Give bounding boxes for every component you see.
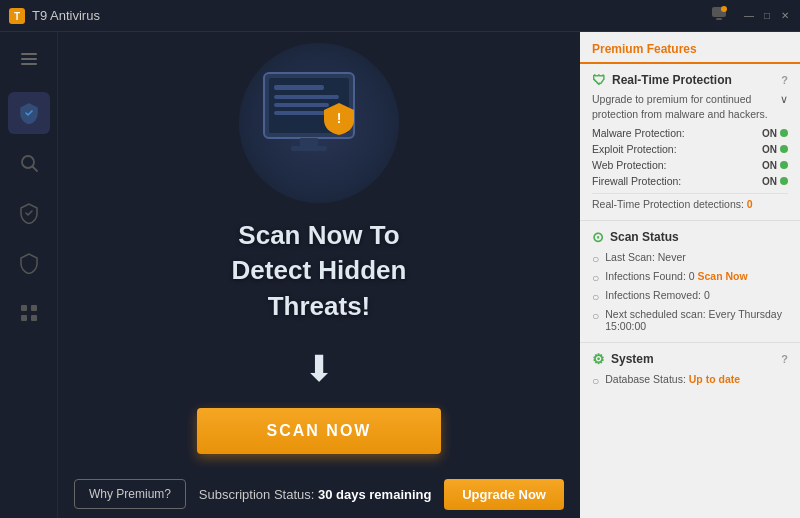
app-title: T9 Antivirus xyxy=(32,8,710,23)
svg-rect-18 xyxy=(274,103,329,107)
last-scan-icon: ○ xyxy=(592,252,599,266)
sidebar-item-grid[interactable] xyxy=(8,292,50,334)
svg-rect-12 xyxy=(21,315,27,321)
svg-rect-17 xyxy=(274,95,339,99)
database-status-icon: ○ xyxy=(592,374,599,388)
detection-count: 0 xyxy=(747,198,753,210)
window-controls: — □ ✕ xyxy=(710,5,792,27)
svg-rect-11 xyxy=(31,305,37,311)
last-scan-row: ○ Last Scan: Never xyxy=(592,249,788,268)
system-section: ⚙ System ? ○ Database Status: Up to date xyxy=(580,343,800,398)
hero-text: Scan Now To Detect Hidden Threats! xyxy=(232,218,407,323)
menu-icon[interactable] xyxy=(12,42,46,76)
right-panel: Premium Features 🛡 Real-Time Protection … xyxy=(580,32,800,518)
svg-rect-7 xyxy=(21,63,37,65)
malware-protection-row: Malware Protection: ON xyxy=(592,125,788,141)
web-status-dot xyxy=(780,161,788,169)
close-button[interactable]: ✕ xyxy=(778,9,792,23)
rtp-help-icon[interactable]: ? xyxy=(781,74,788,86)
exploit-status-dot xyxy=(780,145,788,153)
firewall-protection-row: Firewall Protection: ON xyxy=(592,173,788,189)
infections-removed-icon: ○ xyxy=(592,290,599,304)
svg-rect-21 xyxy=(291,146,327,151)
sidebar-item-protection[interactable] xyxy=(8,192,50,234)
hero-section: ! Scan Now To Detect Hidden Threats! ⬇ S… xyxy=(58,32,580,470)
svg-rect-13 xyxy=(31,315,37,321)
web-protection-row: Web Protection: ON xyxy=(592,157,788,173)
svg-rect-6 xyxy=(21,58,37,60)
upgrade-now-button[interactable]: Upgrade Now xyxy=(444,479,564,510)
subscription-value: 30 days remaining xyxy=(318,487,431,502)
scan-status-section: ⊙ Scan Status ○ Last Scan: Never ○ Infec… xyxy=(580,221,800,343)
subscription-status: Subscription Status: 30 days remaining xyxy=(198,487,432,502)
panel-header: Premium Features xyxy=(580,32,800,64)
svg-rect-16 xyxy=(274,85,324,90)
system-icon: ⚙ xyxy=(592,351,605,367)
panel-header-title: Premium Features xyxy=(592,42,788,56)
svg-rect-10 xyxy=(21,305,27,311)
scan-status-icon: ⊙ xyxy=(592,229,604,245)
svg-line-9 xyxy=(32,167,37,172)
exploit-protection-row: Exploit Protection: ON xyxy=(592,141,788,157)
notification-icon[interactable] xyxy=(710,5,728,27)
svg-rect-3 xyxy=(716,18,722,20)
system-section-title: ⚙ System ? xyxy=(592,351,788,367)
svg-text:!: ! xyxy=(337,110,342,126)
infections-found-icon: ○ xyxy=(592,271,599,285)
app-logo-icon: T xyxy=(8,7,26,25)
database-status-row: ○ Database Status: Up to date xyxy=(592,371,788,390)
next-scan-row: ○ Next scheduled scan: Every Thursday 15… xyxy=(592,306,788,334)
infections-removed-row: ○ Infections Removed: 0 xyxy=(592,287,788,306)
sidebar-item-shield[interactable] xyxy=(8,92,50,134)
scan-now-link[interactable]: Scan Now xyxy=(697,270,747,282)
scan-status-section-title: ⊙ Scan Status xyxy=(592,229,788,245)
database-status-value[interactable]: Up to date xyxy=(689,373,740,385)
infections-found-row: ○ Infections Found: 0 Scan Now xyxy=(592,268,788,287)
scan-now-button[interactable]: SCAN NOW xyxy=(197,408,442,454)
detection-count-row: Real-Time Protection detections: 0 xyxy=(592,193,788,212)
title-bar: T T9 Antivirus — □ ✕ xyxy=(0,0,800,32)
svg-text:T: T xyxy=(14,11,20,22)
malware-status-dot xyxy=(780,129,788,137)
rtp-shield-icon: 🛡 xyxy=(592,72,606,88)
why-premium-button[interactable]: Why Premium? xyxy=(74,479,186,509)
arrow-icon: ⬇ xyxy=(304,348,334,390)
firewall-status-dot xyxy=(780,177,788,185)
next-scan-icon: ○ xyxy=(592,309,599,323)
svg-point-4 xyxy=(721,6,727,12)
svg-rect-5 xyxy=(21,53,37,55)
rtp-section-title: 🛡 Real-Time Protection ? xyxy=(592,72,788,88)
monitor-svg: ! xyxy=(249,63,389,183)
sidebar-item-search[interactable] xyxy=(8,142,50,184)
rtp-description: Upgrade to premium for continued protect… xyxy=(592,92,788,121)
maximize-button[interactable]: □ xyxy=(760,9,774,23)
hero-graphic: ! xyxy=(229,48,409,198)
sidebar-item-shield-outline[interactable] xyxy=(8,242,50,284)
system-help-icon[interactable]: ? xyxy=(781,353,788,365)
minimize-button[interactable]: — xyxy=(742,9,756,23)
bottom-bar: Why Premium? Subscription Status: 30 day… xyxy=(58,470,580,518)
sidebar xyxy=(0,32,58,518)
svg-rect-20 xyxy=(300,138,318,146)
main-container: ! Scan Now To Detect Hidden Threats! ⬇ S… xyxy=(0,32,800,518)
chevron-down-icon[interactable]: ∨ xyxy=(780,92,788,107)
real-time-protection-section: 🛡 Real-Time Protection ? Upgrade to prem… xyxy=(580,64,800,221)
